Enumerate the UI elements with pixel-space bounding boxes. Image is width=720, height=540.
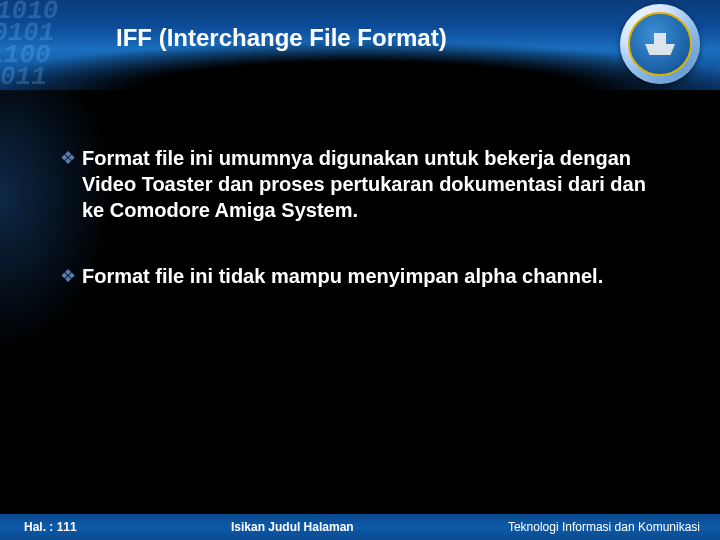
bullet-item: ❖ Format file ini umumnya digunakan untu… bbox=[60, 145, 670, 223]
bullet-text: Format file ini umumnya digunakan untuk … bbox=[82, 145, 670, 223]
content-area: ❖ Format file ini umumnya digunakan untu… bbox=[60, 145, 670, 329]
bullet-item: ❖ Format file ini tidak mampu menyimpan … bbox=[60, 263, 670, 289]
page-title: IFF (Interchange File Format) bbox=[116, 24, 447, 52]
binary-decoration: 1010 0101 1100 0011 bbox=[0, 0, 128, 90]
slide: 1010 0101 1100 0011 IFF (Interchange Fil… bbox=[0, 0, 720, 540]
diamond-bullet-icon: ❖ bbox=[60, 145, 82, 223]
bullet-text: Format file ini tidak mampu menyimpan al… bbox=[82, 263, 603, 289]
diamond-bullet-icon: ❖ bbox=[60, 263, 82, 289]
footer-subject: Teknologi Informasi dan Komunikasi bbox=[508, 520, 720, 534]
footer-title-placeholder: Isikan Judul Halaman bbox=[77, 520, 508, 534]
footer-bar: Hal. : 111 Isikan Judul Halaman Teknolog… bbox=[0, 514, 720, 540]
crest-logo-inner bbox=[628, 12, 692, 76]
crest-logo bbox=[620, 4, 700, 84]
page-number: Hal. : 111 bbox=[0, 520, 77, 534]
